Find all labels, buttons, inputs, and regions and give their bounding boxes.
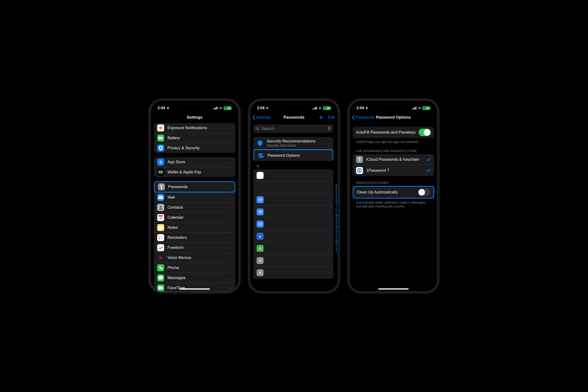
provider-row-icloud-keychain[interactable]: iCloud Passwords & Keychain <box>353 154 434 165</box>
battery-icon: 57⚡ <box>422 106 430 110</box>
index-letter[interactable]: O <box>336 220 338 222</box>
index-letter[interactable]: H <box>336 202 338 204</box>
passwords-list[interactable]: Security Recommendations Security risks … <box>250 122 338 292</box>
index-letter[interactable]: I <box>336 204 338 206</box>
settings-row-freeform[interactable]: Freeform› <box>154 243 235 253</box>
settings-row-reminders[interactable]: Reminders› <box>154 233 235 243</box>
back-button[interactable]: Settings <box>252 115 270 120</box>
mic-icon[interactable] <box>328 126 331 131</box>
chevron-right-icon: › <box>329 210 330 214</box>
svg-rect-7 <box>159 137 162 139</box>
password-entry-row[interactable]: › <box>253 182 333 194</box>
search-field[interactable] <box>253 124 333 133</box>
autofill-row[interactable]: AutoFill Passwords and Passkeys <box>353 127 434 138</box>
page-title: Password Options <box>376 115 411 120</box>
index-letter[interactable]: N <box>336 217 338 220</box>
settings-row-contacts[interactable]: Contacts› <box>154 202 235 212</box>
chevron-right-icon: › <box>231 160 232 164</box>
site-icon: Aff <box>256 208 264 216</box>
index-letter[interactable]: B <box>336 186 338 188</box>
index-letter[interactable]: V <box>336 238 338 240</box>
index-letter[interactable]: G <box>336 199 338 202</box>
settings-row-voice-memos[interactable]: Voice Memos› <box>154 253 235 263</box>
index-letter[interactable]: P <box>336 222 338 224</box>
index-letter[interactable]: C <box>336 188 338 191</box>
chevron-right-icon: › <box>231 196 232 200</box>
edit-button[interactable]: Edit <box>328 115 335 120</box>
index-letter[interactable]: Y <box>336 245 338 248</box>
settings-row-mail[interactable]: Mail› <box>154 192 235 202</box>
home-indicator[interactable] <box>378 288 408 290</box>
index-letter[interactable]: Q <box>336 224 338 227</box>
password-entry-row[interactable]: a› <box>253 230 333 242</box>
index-letter[interactable]: F <box>336 196 338 199</box>
wallet-apple-pay-icon <box>157 169 164 176</box>
voice-memos-icon <box>157 254 164 261</box>
password-entry-row[interactable]: Aff› <box>253 206 333 218</box>
settings-row-wallet-apple-pay[interactable]: Wallet & Apple Pay› <box>154 167 235 177</box>
password-entry-row[interactable]: A› <box>253 242 333 254</box>
password-entry-row[interactable]: A› <box>253 267 333 279</box>
index-letter[interactable]: S <box>336 230 338 232</box>
settings-row-app-store[interactable]: App Store› <box>154 157 235 167</box>
contacts-icon <box>157 204 164 211</box>
cellular-icon <box>412 107 416 110</box>
password-entry-row[interactable]: Aff› <box>253 194 333 206</box>
svg-point-4 <box>160 127 162 129</box>
index-letter[interactable]: X <box>336 242 338 245</box>
password-entry-row[interactable]: › <box>253 169 333 182</box>
index-letter[interactable]: T <box>336 232 338 235</box>
index-letter[interactable]: A <box>336 183 338 186</box>
settings-row-battery[interactable]: Battery› <box>154 133 235 143</box>
settings-row-notes[interactable]: Notes› <box>154 223 235 233</box>
settings-row-phone[interactable]: Phone› <box>154 263 235 273</box>
home-indicator[interactable] <box>180 288 210 290</box>
svg-rect-2 <box>216 107 216 110</box>
site-icon <box>256 184 264 191</box>
settings-row-calendar[interactable]: 17Calendar› <box>154 212 235 223</box>
add-button[interactable] <box>318 115 324 120</box>
app-store-icon <box>157 158 164 166</box>
settings-row-messages[interactable]: Messages› <box>154 273 235 283</box>
exposure-notifications-icon <box>157 124 164 132</box>
provider-label: iCloud Passwords & Keychain <box>366 157 426 162</box>
index-letter[interactable]: W <box>336 240 338 242</box>
toggles-icon <box>257 152 264 159</box>
settings-row-passwords[interactable]: Passwords› <box>154 181 235 192</box>
index-letter[interactable]: L <box>336 212 338 214</box>
settings-list[interactable]: Exposure Notifications›Battery›Privacy &… <box>151 122 238 292</box>
cleanup-label: Clean Up Automatically <box>357 190 418 194</box>
provider-row-1password[interactable]: 1Password 7 <box>353 165 434 176</box>
alphabet-index[interactable]: ABCDEFGHIJKLMNOPQRSTUVWXYZ# <box>336 183 338 253</box>
cleanup-toggle[interactable] <box>418 188 430 196</box>
cleanup-row[interactable]: Clean Up Automatically <box>354 187 434 198</box>
settings-label: Phone <box>168 266 231 270</box>
password-entry-row[interactable]: Aff› <box>253 218 333 230</box>
index-letter[interactable]: E <box>336 194 338 196</box>
site-icon: A <box>256 269 264 276</box>
page-title: Passwords <box>284 115 304 120</box>
index-letter[interactable]: U <box>336 235 338 238</box>
index-letter[interactable]: D <box>336 191 338 194</box>
security-recommendations-row[interactable]: Security Recommendations Security risks … <box>253 137 333 150</box>
svg-rect-17 <box>161 188 162 189</box>
back-button[interactable]: Passwords <box>352 115 375 120</box>
search-input[interactable] <box>261 126 326 131</box>
password-entry-row[interactable]: A› <box>253 254 333 267</box>
autofill-toggle[interactable] <box>419 129 431 136</box>
password-options-content[interactable]: AutoFill Passwords and Passkeys AutoFill… <box>350 122 437 292</box>
password-options-row[interactable]: Password Options › <box>253 150 333 161</box>
index-letter[interactable]: Z <box>336 248 338 250</box>
index-letter[interactable]: K <box>336 209 338 212</box>
section-header-a: A <box>256 164 333 168</box>
chevron-right-icon: › <box>329 234 330 238</box>
index-letter[interactable]: M <box>336 214 338 217</box>
index-letter[interactable]: R <box>336 227 338 230</box>
settings-row-exposure-notifications[interactable]: Exposure Notifications› <box>154 123 235 133</box>
svg-rect-41 <box>328 126 330 129</box>
settings-row-privacy-security[interactable]: Privacy & Security› <box>154 143 235 153</box>
svg-rect-47 <box>413 108 414 110</box>
index-letter[interactable]: # <box>336 250 338 253</box>
index-letter[interactable]: J <box>336 206 338 209</box>
settings-row-facetime[interactable]: FaceTime› <box>154 283 235 292</box>
